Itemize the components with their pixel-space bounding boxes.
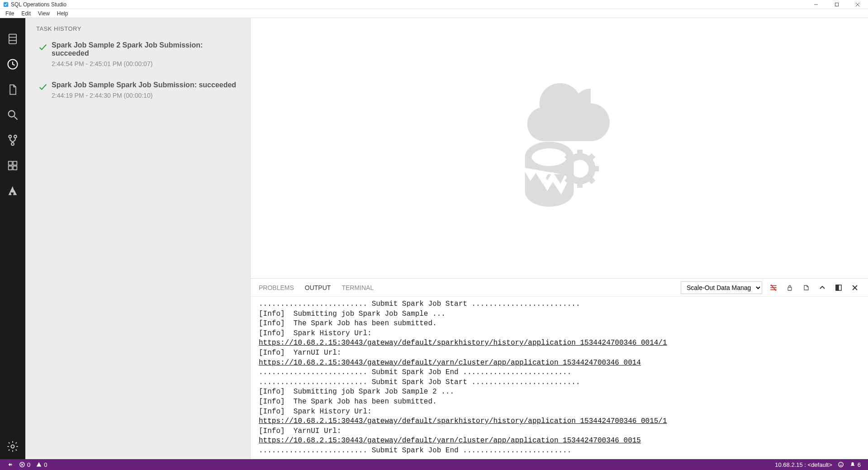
task-title: Spark Job Sample 2 Spark Job Submission:… [52, 41, 241, 57]
output-line: [Info] Spark History Url: [259, 407, 860, 417]
sidebar: TASK HISTORY Spark Job Sample 2 Spark Jo… [25, 18, 251, 459]
status-errors-count: 0 [27, 461, 30, 468]
svg-point-18 [11, 445, 14, 448]
task-time: 2:44:19 PM - 2:44:30 PM (00:00:10) [52, 92, 236, 99]
svg-line-25 [589, 178, 593, 182]
svg-line-26 [589, 155, 593, 159]
app-icon [3, 1, 9, 8]
activity-search[interactable] [0, 102, 25, 128]
status-errors[interactable]: 0 [16, 461, 33, 468]
activity-explorer[interactable] [0, 77, 25, 102]
svg-line-27 [566, 178, 570, 182]
activitybar [0, 18, 25, 459]
status-connection[interactable]: 10.68.2.15 : <default> [772, 461, 835, 468]
svg-rect-34 [836, 285, 839, 290]
status-feedback-icon[interactable] [835, 461, 847, 468]
svg-rect-17 [13, 166, 17, 170]
menu-edit[interactable]: Edit [18, 9, 34, 18]
window-controls [806, 0, 868, 9]
minimize-button[interactable] [806, 0, 826, 9]
output-url[interactable]: https://10.68.2.15:30443/gateway/default… [259, 339, 667, 347]
activity-extensions[interactable] [0, 153, 25, 178]
svg-point-9 [9, 111, 15, 117]
svg-line-24 [566, 155, 570, 159]
output-line: [Info] YarnUI Url: [259, 348, 860, 358]
lock-scroll-icon[interactable] [785, 283, 795, 293]
output-content[interactable]: ......................... Submit Spark J… [251, 297, 868, 459]
close-button[interactable] [847, 0, 868, 9]
task-title: Spark Job Sample Spark Job Submission: s… [52, 81, 236, 89]
task-item[interactable]: Spark Job Sample Spark Job Submission: s… [25, 76, 250, 108]
menu-help[interactable]: Help [53, 9, 72, 18]
menubar: File Edit View Help [0, 9, 868, 18]
output-line: [Info] The Spark Job has been submitted. [259, 397, 860, 407]
output-line: [Info] YarnUI Url: [259, 427, 860, 437]
maximize-panel-icon[interactable] [834, 283, 844, 293]
output-line: ......................... Submit Spark J… [259, 378, 860, 388]
menu-view[interactable]: View [34, 9, 53, 18]
open-log-icon[interactable] [801, 283, 811, 293]
bottom-panel: PROBLEMS OUTPUT TERMINAL Scale-Out Data … [251, 278, 868, 459]
clear-output-icon[interactable] [768, 283, 778, 293]
collapse-panel-icon[interactable] [817, 283, 827, 293]
svg-point-40 [839, 462, 844, 467]
svg-point-42 [841, 464, 842, 464]
output-url[interactable]: https://10.68.2.15:30443/gateway/default… [259, 417, 667, 425]
menu-file[interactable]: File [2, 9, 18, 18]
status-warnings[interactable]: 0 [33, 461, 50, 468]
svg-point-11 [9, 135, 11, 138]
output-url[interactable]: https://10.68.2.15:30443/gateway/default… [259, 437, 641, 445]
activity-servers[interactable] [0, 26, 25, 52]
output-url[interactable]: https://10.68.2.15:30443/gateway/default… [259, 359, 641, 367]
output-line: [Info] Submitting job Spark Job Sample .… [259, 309, 860, 319]
output-line: ......................... Submit Spark J… [259, 299, 860, 309]
svg-point-41 [840, 464, 840, 464]
output-channel-select[interactable]: Scale-Out Data Manag [681, 281, 762, 294]
svg-rect-15 [13, 161, 17, 165]
success-check-icon [38, 42, 48, 53]
app-title: SQL Operations Studio [11, 1, 66, 8]
maximize-button[interactable] [826, 0, 847, 9]
activity-task-history[interactable] [0, 52, 25, 77]
svg-rect-5 [9, 34, 16, 44]
svg-rect-14 [9, 161, 12, 165]
status-remote-icon[interactable] [5, 461, 16, 468]
activity-azure[interactable] [0, 178, 25, 204]
activity-source-control[interactable] [0, 128, 25, 153]
tab-output[interactable]: OUTPUT [305, 280, 331, 295]
task-time: 2:44:54 PM - 2:45:01 PM (00:00:07) [52, 60, 241, 67]
output-line: [Info] Submitting job Spark Job Sample 2… [259, 387, 860, 397]
status-notifications-count: 6 [858, 461, 861, 468]
editor-blank-logo [251, 18, 868, 278]
svg-point-13 [11, 142, 14, 145]
output-line: [Info] Spark History Url: [259, 329, 860, 339]
svg-rect-16 [9, 166, 12, 170]
status-notifications[interactable]: 6 [847, 461, 863, 468]
output-line: [Info] The Spark Job has been submitted. [259, 319, 860, 329]
panel-tabs: PROBLEMS OUTPUT TERMINAL Scale-Out Data … [251, 279, 868, 297]
tab-problems[interactable]: PROBLEMS [259, 280, 294, 295]
status-warnings-count: 0 [44, 461, 47, 468]
svg-rect-32 [788, 287, 792, 290]
close-panel-icon[interactable] [850, 283, 860, 293]
success-check-icon [38, 82, 48, 93]
activity-settings[interactable] [0, 434, 25, 459]
svg-rect-2 [835, 3, 839, 6]
statusbar: 0 0 10.68.2.15 : <default> 6 [0, 459, 868, 470]
output-line: ......................... Submit Spark J… [259, 368, 860, 378]
task-item[interactable]: Spark Job Sample 2 Spark Job Submission:… [25, 37, 250, 76]
editor-area: PROBLEMS OUTPUT TERMINAL Scale-Out Data … [251, 18, 868, 459]
sidebar-title: TASK HISTORY [25, 18, 250, 37]
output-line: ......................... Submit Spark J… [259, 446, 860, 456]
tab-terminal[interactable]: TERMINAL [342, 280, 374, 295]
titlebar: SQL Operations Studio [0, 0, 868, 9]
svg-line-10 [14, 117, 18, 120]
svg-point-12 [14, 135, 17, 138]
